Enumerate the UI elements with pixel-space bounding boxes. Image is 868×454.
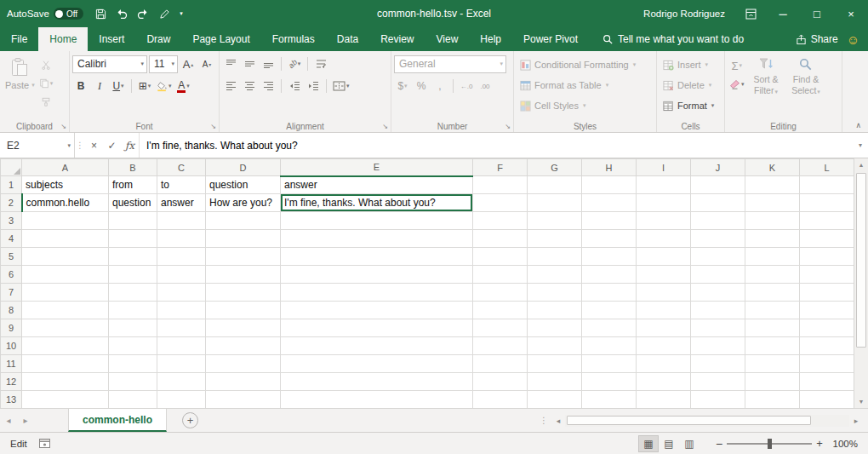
- cell-C6[interactable]: [157, 266, 206, 284]
- column-header-H[interactable]: H: [582, 159, 637, 176]
- cell-C7[interactable]: [157, 284, 206, 302]
- cell-J1[interactable]: [691, 176, 745, 194]
- cell-L1[interactable]: [800, 176, 854, 194]
- normal-view-button[interactable]: ▦: [638, 435, 659, 452]
- cell-A2[interactable]: common.hello: [22, 194, 109, 212]
- cell-E13[interactable]: [281, 391, 473, 409]
- font-dialog-launcher[interactable]: ↘: [210, 124, 216, 130]
- cell-K8[interactable]: [745, 302, 800, 319]
- copy-button[interactable]: ▾: [37, 75, 55, 92]
- tab-draw[interactable]: Draw: [135, 27, 181, 51]
- bottom-align-button[interactable]: [260, 55, 277, 72]
- orientation-button[interactable]: ab▾: [286, 55, 303, 72]
- cell-H13[interactable]: [582, 391, 637, 409]
- cell-E9[interactable]: [281, 319, 473, 337]
- cell-H11[interactable]: [582, 355, 637, 373]
- cell-J9[interactable]: [691, 319, 745, 337]
- cell-B5[interactable]: [109, 248, 157, 266]
- cell-L3[interactable]: [800, 212, 854, 230]
- cell-B11[interactable]: [109, 355, 157, 373]
- cell-K11[interactable]: [745, 355, 800, 373]
- name-box[interactable]: E2 ▾: [0, 133, 75, 158]
- font-color-button[interactable]: A▾: [175, 78, 192, 95]
- cell-D11[interactable]: [206, 355, 281, 373]
- cell-H6[interactable]: [582, 266, 637, 284]
- ribbon-display-options-button[interactable]: [735, 0, 766, 27]
- comma-style-button[interactable]: ,: [431, 78, 448, 95]
- cell-D6[interactable]: [206, 266, 281, 284]
- sheet-tab-common-hello[interactable]: common-hello: [68, 409, 167, 432]
- cell-H4[interactable]: [582, 230, 637, 248]
- tab-review[interactable]: Review: [369, 27, 425, 51]
- cell-G2[interactable]: [528, 194, 582, 212]
- row-header-13[interactable]: 13: [1, 391, 22, 409]
- column-header-L[interactable]: L: [800, 159, 854, 176]
- autosave-toggle[interactable]: AutoSave Off: [7, 8, 83, 20]
- cell-H12[interactable]: [582, 373, 637, 391]
- cell-A4[interactable]: [22, 230, 109, 248]
- tab-view[interactable]: View: [425, 27, 470, 51]
- increase-indent-button[interactable]: [305, 78, 322, 95]
- row-header-8[interactable]: 8: [1, 302, 22, 319]
- save-button[interactable]: [91, 4, 110, 23]
- horizontal-scroll-track[interactable]: [565, 415, 849, 427]
- cell-F5[interactable]: [473, 248, 528, 266]
- sort-filter-button[interactable]: Sort & Filter▾: [746, 55, 786, 118]
- share-button[interactable]: Share: [791, 27, 843, 51]
- top-align-button[interactable]: [222, 55, 239, 72]
- format-as-table-button[interactable]: Format as Table▾: [517, 75, 654, 95]
- align-right-button[interactable]: [260, 78, 277, 95]
- bold-button[interactable]: B: [72, 78, 89, 95]
- cell-E4[interactable]: [281, 230, 473, 248]
- row-header-9[interactable]: 9: [1, 319, 22, 337]
- cell-L13[interactable]: [800, 391, 854, 409]
- row-header-10[interactable]: 10: [1, 337, 22, 355]
- autosum-button[interactable]: Σ▾: [728, 57, 746, 74]
- cell-J7[interactable]: [691, 284, 745, 302]
- row-header-3[interactable]: 3: [1, 212, 22, 230]
- column-header-G[interactable]: G: [528, 159, 582, 176]
- cell-K10[interactable]: [745, 337, 800, 355]
- tab-scroll-splitter[interactable]: ⋮: [536, 409, 551, 432]
- clipboard-dialog-launcher[interactable]: ↘: [60, 124, 66, 130]
- undo-button[interactable]: [112, 4, 131, 23]
- cell-B4[interactable]: [109, 230, 157, 248]
- cell-I6[interactable]: [637, 266, 691, 284]
- cell-A12[interactable]: [22, 373, 109, 391]
- cell-J3[interactable]: [691, 212, 745, 230]
- tab-help[interactable]: Help: [469, 27, 512, 51]
- zoom-out-button[interactable]: −: [711, 437, 727, 451]
- cell-D2[interactable]: How are you?: [206, 194, 281, 212]
- cell-C8[interactable]: [157, 302, 206, 319]
- cell-G10[interactable]: [528, 337, 582, 355]
- column-header-J[interactable]: J: [691, 159, 745, 176]
- cell-I13[interactable]: [637, 391, 691, 409]
- cell-K9[interactable]: [745, 319, 800, 337]
- scroll-down-button[interactable]: ▼: [854, 395, 868, 408]
- cell-D4[interactable]: [206, 230, 281, 248]
- cell-K2[interactable]: [745, 194, 800, 212]
- scroll-right-button[interactable]: ▸: [849, 417, 863, 425]
- cell-G1[interactable]: [528, 176, 582, 194]
- cell-L7[interactable]: [800, 284, 854, 302]
- maximize-button[interactable]: □: [800, 0, 834, 27]
- cell-F11[interactable]: [473, 355, 528, 373]
- column-header-B[interactable]: B: [109, 159, 157, 176]
- horizontal-scroll-thumb[interactable]: [567, 416, 811, 425]
- cell-E2[interactable]: I'm fine, thanks. What about you?: [281, 194, 473, 212]
- column-header-C[interactable]: C: [157, 159, 206, 176]
- cell-G12[interactable]: [528, 373, 582, 391]
- sheet-nav-right-button[interactable]: ▸: [17, 409, 34, 432]
- signed-in-user[interactable]: Rodrigo Rodriguez: [643, 9, 725, 19]
- cell-E1[interactable]: answer: [281, 176, 473, 194]
- column-header-F[interactable]: F: [473, 159, 528, 176]
- number-format-combobox[interactable]: General▾: [394, 55, 506, 73]
- formula-bar-expand-button[interactable]: ▾: [853, 133, 868, 158]
- cell-G8[interactable]: [528, 302, 582, 319]
- cell-A13[interactable]: [22, 391, 109, 409]
- cell-L11[interactable]: [800, 355, 854, 373]
- cell-G11[interactable]: [528, 355, 582, 373]
- redo-button[interactable]: [134, 4, 152, 23]
- align-center-button[interactable]: [241, 78, 258, 95]
- cell-B10[interactable]: [109, 337, 157, 355]
